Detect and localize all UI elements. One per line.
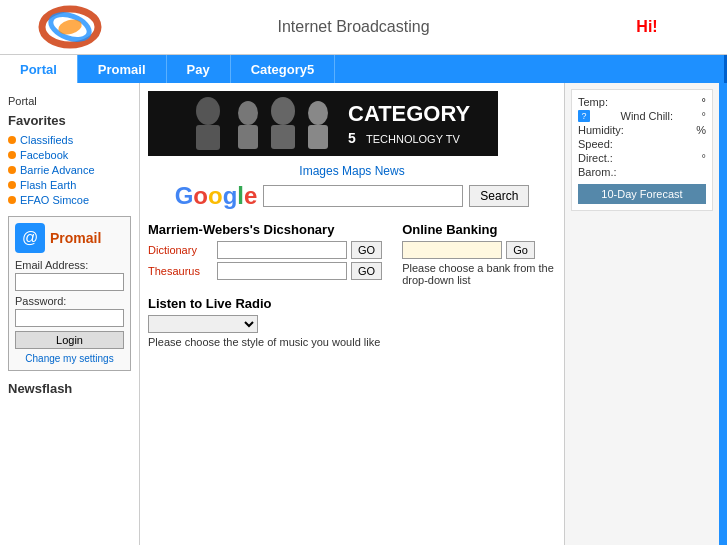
- fav-facebook[interactable]: Facebook: [20, 149, 68, 161]
- promail-logo-icon: @: [15, 223, 45, 253]
- header: Internet Broadcasting Hi!: [0, 0, 727, 55]
- banking-go-button[interactable]: Go: [506, 241, 535, 259]
- svg-rect-11: [308, 125, 328, 149]
- newsflash-title: Newsflash: [8, 381, 131, 396]
- thesaurus-go-button[interactable]: GO: [351, 262, 382, 280]
- dictionary-section: Marriem-Webers's Dicshonary Dictionary G…: [148, 222, 382, 286]
- google-news-link[interactable]: News: [375, 164, 405, 178]
- google-links: Images Maps News: [148, 164, 556, 178]
- fav-flash-earth[interactable]: Flash Earth: [20, 179, 76, 191]
- svg-rect-7: [238, 125, 258, 149]
- email-label: Email Address:: [15, 259, 124, 271]
- breadcrumb: Portal: [8, 91, 131, 113]
- logo-icon: [35, 5, 105, 50]
- google-maps-link[interactable]: Maps: [342, 164, 371, 178]
- fav-dot: [8, 151, 16, 159]
- windchill-label: Wind Chill:: [621, 110, 674, 122]
- fav-classifieds[interactable]: Classifieds: [20, 134, 73, 146]
- navbar: Portal Promail Pay Category5: [0, 55, 727, 83]
- nav-pay[interactable]: Pay: [167, 55, 231, 83]
- thesaurus-label: Thesaurus: [148, 265, 213, 277]
- promail-title: Promail: [50, 230, 101, 246]
- logo-area: [0, 5, 140, 50]
- temp-unit: °: [702, 96, 706, 108]
- nav-portal[interactable]: Portal: [0, 55, 78, 83]
- banking-title: Online Banking: [402, 222, 556, 237]
- main-layout: Portal Favorites Classifieds Facebook Ba…: [0, 83, 727, 545]
- dictionary-row: Dictionary GO: [148, 241, 382, 259]
- banking-input[interactable]: [402, 241, 502, 259]
- list-item: Facebook: [8, 149, 131, 161]
- svg-rect-5: [196, 125, 220, 150]
- hi-greeting: Hi!: [567, 18, 727, 36]
- dictionary-input[interactable]: [217, 241, 347, 259]
- password-label: Password:: [15, 295, 124, 307]
- direct-row: Direct.: °: [578, 152, 706, 164]
- thesaurus-input[interactable]: [217, 262, 347, 280]
- forecast-button[interactable]: 10-Day Forecast: [578, 184, 706, 204]
- thesaurus-row: Thesaurus GO: [148, 262, 382, 280]
- radio-title: Listen to Live Radio: [148, 296, 556, 311]
- weather-top: Temp: ° ? Wind Chill: ° Humidity: % Spee…: [571, 89, 713, 211]
- search-button[interactable]: Search: [469, 185, 529, 207]
- fav-dot: [8, 196, 16, 204]
- windchill-value: °: [702, 110, 706, 122]
- svg-rect-9: [271, 125, 295, 149]
- fav-barrie-advance[interactable]: Barrie Advance: [20, 164, 95, 176]
- nav-category5[interactable]: Category5: [231, 55, 336, 83]
- password-field[interactable]: [15, 309, 124, 327]
- barom-row: Barom.:: [578, 166, 706, 178]
- svg-point-8: [271, 97, 295, 125]
- banking-row: Go: [402, 241, 556, 259]
- change-settings-link[interactable]: Change my settings: [15, 353, 124, 364]
- list-item: Barrie Advance: [8, 164, 131, 176]
- fav-dot: [8, 136, 16, 144]
- direct-value: °: [702, 152, 706, 164]
- fav-efao-simcoe[interactable]: EFAO Simcoe: [20, 194, 89, 206]
- list-item: EFAO Simcoe: [8, 194, 131, 206]
- favorites-title: Favorites: [8, 113, 131, 128]
- humidity-row: Humidity: %: [578, 124, 706, 136]
- login-button[interactable]: Login: [15, 331, 124, 349]
- humidity-label: Humidity:: [578, 124, 624, 136]
- dictionary-title: Marriem-Webers's Dicshonary: [148, 222, 382, 237]
- list-item: Classifieds: [8, 134, 131, 146]
- email-field[interactable]: [15, 273, 124, 291]
- promail-box: @ Promail Email Address: Password: Login…: [8, 216, 131, 371]
- nav-promail[interactable]: Promail: [78, 55, 167, 83]
- fav-dot: [8, 166, 16, 174]
- humidity-value: %: [696, 124, 706, 136]
- question-icon[interactable]: ?: [578, 110, 590, 122]
- barom-label: Barom.:: [578, 166, 617, 178]
- svg-point-10: [308, 101, 328, 125]
- svg-text:5: 5: [348, 130, 356, 146]
- tools-row: Marriem-Webers's Dicshonary Dictionary G…: [148, 222, 556, 286]
- content-area: CATEGORY 5 TECHNOLOGY TV Images Maps New…: [140, 83, 564, 545]
- svg-text:CATEGORY: CATEGORY: [348, 101, 471, 126]
- right-border: [719, 83, 727, 545]
- list-item: Flash Earth: [8, 179, 131, 191]
- google-images-link[interactable]: Images: [299, 164, 338, 178]
- weather-panel: Temp: ° ? Wind Chill: ° Humidity: % Spee…: [564, 83, 719, 545]
- banner-svg: CATEGORY 5 TECHNOLOGY TV: [148, 91, 498, 156]
- google-search-bar: Google Search: [148, 182, 556, 210]
- dictionary-go-button[interactable]: GO: [351, 241, 382, 259]
- promail-header: @ Promail: [15, 223, 124, 253]
- site-title: Internet Broadcasting: [140, 18, 567, 36]
- temp-label: Temp:: [578, 96, 608, 108]
- radio-section: Listen to Live Radio Please choose the s…: [148, 296, 556, 348]
- radio-select[interactable]: [148, 315, 258, 333]
- svg-text:TECHNOLOGY TV: TECHNOLOGY TV: [366, 133, 460, 145]
- fav-dot: [8, 181, 16, 189]
- radio-hint: Please choose the style of music you wou…: [148, 336, 556, 348]
- navbar-spacer: [335, 55, 727, 83]
- windchill-row: ? Wind Chill: °: [578, 110, 706, 122]
- banner-image: CATEGORY 5 TECHNOLOGY TV: [148, 91, 498, 156]
- banking-hint: Please choose a bank from the drop-down …: [402, 262, 556, 286]
- sidebar: Portal Favorites Classifieds Facebook Ba…: [0, 83, 140, 545]
- banking-section: Online Banking Go Please choose a bank f…: [402, 222, 556, 286]
- google-search-input[interactable]: [263, 185, 463, 207]
- speed-row: Speed:: [578, 138, 706, 150]
- svg-point-6: [238, 101, 258, 125]
- svg-point-4: [196, 97, 220, 125]
